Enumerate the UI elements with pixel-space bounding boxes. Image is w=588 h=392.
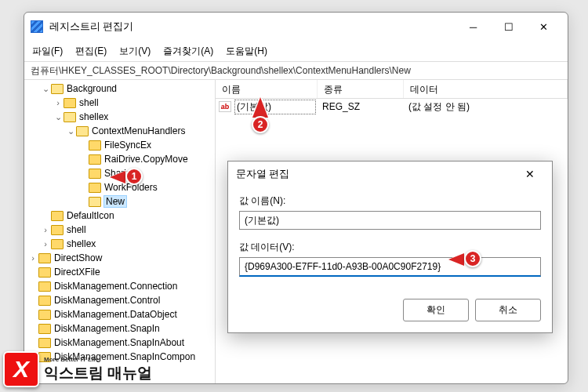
titlebar: 레지스트리 편집기 ─ ☐ ✕ [24, 13, 568, 41]
tree-item-diskmanagement-snapinabout[interactable]: DiskManagement.SnapInAbout [27, 336, 215, 350]
value-name-input[interactable] [239, 211, 541, 230]
folder-icon [51, 211, 64, 221]
minimize-button[interactable]: ─ [456, 15, 491, 38]
tree-item-diskmanagement-control[interactable]: DiskManagement.Control [27, 293, 215, 307]
annotation-marker-3: 3 [464, 250, 481, 267]
tree-item-defaulticon[interactable]: DefaultIcon [27, 209, 215, 223]
tree-item-shellex[interactable]: ⌄shellex [27, 110, 215, 124]
list-row[interactable]: ab(기본값)REG_SZ(값 설정 안 됨) [216, 99, 568, 114]
expand-icon[interactable]: ⌄ [65, 126, 76, 136]
tree-label: shell [79, 97, 99, 108]
value-type: REG_SZ [316, 101, 402, 112]
menubar: 파일(F) 편집(E) 보기(V) 즐겨찾기(A) 도움말(H) [24, 41, 568, 61]
expand-icon[interactable]: › [40, 225, 51, 234]
expand-icon[interactable]: › [53, 98, 64, 107]
folder-icon [64, 112, 76, 122]
dialog-title: 문자열 편집 [236, 168, 289, 181]
tree-label: DiskManagement.SnapInAbout [54, 337, 184, 348]
annotation-marker-2: 2 [252, 116, 269, 133]
annotation-marker-1: 1 [125, 168, 143, 185]
expand-icon[interactable]: › [27, 253, 38, 263]
tree-label: New [104, 196, 126, 207]
tree-label: Background [67, 83, 117, 94]
folder-icon [38, 281, 51, 292]
tree-label: shell [67, 224, 86, 235]
tree-label: RaiDrive.CopyMove [104, 154, 188, 165]
tree-label: shellex [79, 111, 108, 122]
menu-view[interactable]: 보기(V) [119, 45, 151, 58]
tree-item-diskmanagement-connection[interactable]: DiskManagement.Connection [27, 279, 215, 293]
tree-view[interactable]: ⌄Background›shell⌄shellex⌄ContextMenuHan… [24, 80, 216, 383]
value-data-label: 값 데이터(V): [239, 241, 541, 254]
ok-button[interactable]: 확인 [403, 299, 469, 321]
folder-icon [38, 338, 51, 348]
folder-icon [38, 324, 51, 334]
tree-label: DefaultIcon [67, 210, 114, 221]
value-name: (기본값) [234, 100, 316, 114]
list-header: 이름 종류 데이터 [216, 80, 568, 99]
folder-icon [89, 197, 101, 207]
folder-icon [89, 169, 101, 179]
expand-icon[interactable]: › [40, 239, 51, 249]
maximize-button[interactable]: ☐ [491, 15, 526, 38]
folder-icon [38, 310, 51, 320]
tree-label: DiskManagement.Connection [54, 281, 177, 292]
tree-item-directxfile[interactable]: DirectXFile [27, 265, 215, 279]
menu-file[interactable]: 파일(F) [32, 45, 63, 58]
tree-item-shell[interactable]: ›shell [27, 223, 215, 237]
tree-item-shell[interactable]: ›shell [27, 96, 215, 110]
tree-item-background[interactable]: ⌄Background [27, 82, 215, 96]
window-title: 레지스트리 편집기 [49, 20, 456, 34]
tree-label: DirectShow [54, 252, 102, 263]
dialog-titlebar: 문자열 편집 ✕ [228, 162, 552, 187]
logo-icon: X [3, 351, 39, 387]
tree-item-new[interactable]: New [27, 194, 215, 209]
logo-subtitle: More Better IT Life [44, 356, 152, 363]
folder-icon [38, 296, 51, 306]
tree-item-diskmanagement-snapin[interactable]: DiskManagement.SnapIn [27, 321, 215, 336]
tree-item-diskmanagement-dataobject[interactable]: DiskManagement.DataObject [27, 307, 215, 321]
logo-title: 익스트림 매뉴얼 [44, 363, 152, 383]
tree-label: DirectXFile [54, 267, 100, 278]
folder-icon [51, 84, 64, 94]
menu-edit[interactable]: 편집(E) [75, 45, 107, 58]
string-value-icon: ab [219, 101, 231, 112]
tree-item-raidrive-copymove[interactable]: RaiDrive.CopyMove [27, 152, 215, 166]
regedit-icon [31, 20, 43, 33]
folder-icon [51, 239, 64, 249]
tree-label: DiskManagement.Control [54, 295, 160, 306]
tree-item-contextmenuhandlers[interactable]: ⌄ContextMenuHandlers [27, 124, 215, 138]
expand-icon[interactable]: ⌄ [40, 84, 51, 94]
close-button[interactable]: ✕ [526, 15, 561, 38]
tree-item-shellex[interactable]: ›shellex [27, 237, 215, 251]
tree-item-filesyncex[interactable]: FileSyncEx [27, 138, 215, 152]
folder-icon [89, 154, 101, 165]
cancel-button[interactable]: 취소 [475, 299, 541, 321]
menu-favorites[interactable]: 즐겨찾기(A) [163, 45, 213, 58]
watermark-logo: X More Better IT Life 익스트림 매뉴얼 [3, 351, 152, 387]
col-name[interactable]: 이름 [216, 80, 318, 98]
annotation-arrow-2 [252, 97, 268, 118]
annotation-arrow-1 [110, 171, 125, 183]
dialog-close-button[interactable]: ✕ [516, 163, 544, 185]
tree-item-directshow[interactable]: ›DirectShow [27, 251, 215, 265]
edit-string-dialog: 문자열 편집 ✕ 값 이름(N): 값 데이터(V): 확인 취소 [227, 161, 553, 333]
folder-icon [89, 183, 101, 193]
value-name-label: 값 이름(N): [239, 194, 541, 208]
tree-label: DiskManagement.SnapIn [54, 323, 160, 334]
folder-icon [64, 98, 76, 108]
folder-icon [51, 225, 64, 235]
value-data-input[interactable] [239, 257, 541, 277]
folder-icon [89, 140, 101, 151]
folder-icon [38, 253, 51, 263]
tree-label: FileSyncEx [104, 140, 151, 151]
col-data[interactable]: 데이터 [404, 80, 568, 98]
menu-help[interactable]: 도움말(H) [226, 45, 267, 58]
folder-icon [38, 267, 51, 278]
folder-icon [76, 126, 89, 136]
address-text: 컴퓨터\HKEY_CLASSES_ROOT\Directory\Backgrou… [31, 64, 411, 78]
col-type[interactable]: 종류 [318, 80, 404, 98]
tree-label: DiskManagement.DataObject [54, 309, 177, 320]
expand-icon[interactable]: ⌄ [53, 112, 64, 122]
address-bar[interactable]: 컴퓨터\HKEY_CLASSES_ROOT\Directory\Backgrou… [24, 61, 568, 80]
